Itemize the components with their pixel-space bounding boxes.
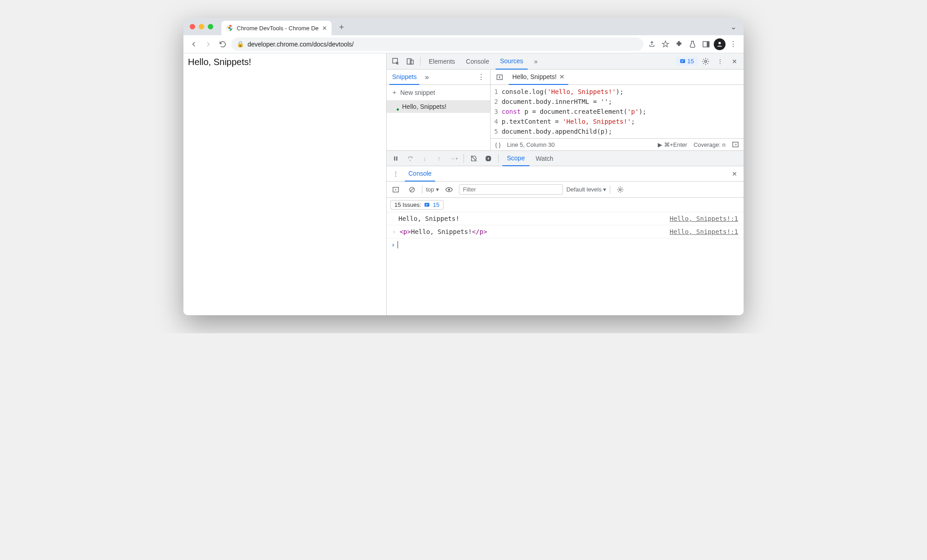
tab-sources[interactable]: Sources bbox=[496, 53, 528, 70]
console-prompt[interactable]: › bbox=[387, 238, 744, 251]
log-levels-selector[interactable]: Default levels ▾ bbox=[566, 186, 607, 193]
pause-icon[interactable] bbox=[389, 152, 402, 165]
cursor-position: Line 5, Column 30 bbox=[507, 141, 555, 148]
context-selector[interactable]: top ▾ bbox=[426, 186, 439, 193]
close-devtools-icon[interactable]: ✕ bbox=[728, 55, 741, 68]
tab-watch[interactable]: Watch bbox=[531, 151, 558, 166]
svg-line-21 bbox=[411, 188, 414, 191]
tab-strip: Chrome DevTools - Chrome De ✕ ＋ ⌄ bbox=[183, 18, 744, 35]
prompt-chevron-icon: › bbox=[391, 241, 395, 248]
issues-chip[interactable]: 15 Issues: 15 bbox=[390, 200, 444, 210]
side-panel-button[interactable] bbox=[700, 38, 712, 50]
devtools-menu-icon[interactable]: ⋮ bbox=[714, 55, 726, 68]
devtools-tab-bar: Elements Console Sources » 15 ⋮ ✕ bbox=[387, 53, 744, 70]
issues-badge[interactable]: 15 bbox=[676, 57, 698, 65]
url-text: developer.chrome.com/docs/devtools/ bbox=[248, 41, 354, 48]
snippets-sidebar: Snippets » ⋮ ＋ New snippet Hello, Snippe… bbox=[387, 70, 491, 150]
code-lines: console.log('Hello, Snippets!'); documen… bbox=[501, 85, 646, 138]
console-toolbar: top ▾ Default levels ▾ bbox=[387, 182, 744, 198]
navigator-menu-icon[interactable]: ⋮ bbox=[475, 73, 487, 81]
snippet-item[interactable]: Hello, Snippets! bbox=[387, 100, 490, 113]
content-area: Hello, Snippets! Elements Console Source… bbox=[183, 53, 744, 315]
profile-button[interactable] bbox=[714, 38, 726, 50]
console-sidebar-icon[interactable] bbox=[389, 183, 402, 196]
live-expression-icon[interactable] bbox=[443, 183, 455, 196]
svg-rect-12 bbox=[394, 156, 395, 160]
bookmark-button[interactable] bbox=[660, 38, 671, 50]
coverage-status: Coverage: n bbox=[693, 141, 726, 148]
format-icon[interactable]: { } bbox=[495, 141, 501, 148]
close-editor-tab-icon[interactable]: ✕ bbox=[559, 73, 565, 80]
settings-icon[interactable] bbox=[699, 55, 712, 68]
new-tab-button[interactable]: ＋ bbox=[335, 20, 348, 33]
svg-point-22 bbox=[448, 188, 450, 191]
step-over-icon[interactable] bbox=[404, 152, 417, 165]
code-editor[interactable]: 1 2 3 4 5 console.log('Hello, Snippets!'… bbox=[491, 85, 744, 138]
issues-bar: 15 Issues: 15 bbox=[387, 198, 744, 212]
navigator-tabs: Snippets » ⋮ bbox=[387, 70, 490, 85]
element-text: Hello, Snippets! bbox=[411, 228, 472, 235]
filter-input[interactable] bbox=[459, 184, 563, 195]
tab-elements[interactable]: Elements bbox=[424, 53, 459, 70]
debugger-toolbar: ↓ ↑ →• Scope Watch bbox=[387, 151, 744, 166]
svg-point-14 bbox=[410, 159, 411, 161]
step-icon[interactable]: →• bbox=[447, 152, 460, 165]
step-out-icon[interactable]: ↑ bbox=[433, 152, 445, 165]
toggle-navigator-icon[interactable] bbox=[493, 71, 506, 84]
console-settings-icon[interactable] bbox=[614, 183, 627, 196]
tab-console[interactable]: Console bbox=[461, 53, 493, 70]
new-snippet-button[interactable]: ＋ New snippet bbox=[387, 85, 490, 100]
svg-rect-13 bbox=[396, 156, 397, 160]
editor-tab[interactable]: Hello, Snippets! ✕ bbox=[509, 70, 568, 85]
svg-rect-7 bbox=[410, 60, 413, 64]
close-window-button[interactable] bbox=[190, 24, 195, 29]
browser-tab[interactable]: Chrome DevTools - Chrome De ✕ bbox=[221, 21, 332, 35]
editor-panel: Hello, Snippets! ✕ 1 2 3 4 5 bbox=[491, 70, 744, 150]
step-into-icon[interactable]: ↓ bbox=[418, 152, 431, 165]
editor-tab-title: Hello, Snippets! bbox=[512, 73, 557, 80]
log-source-link[interactable]: Hello, Snippets!:1 bbox=[670, 215, 738, 222]
element-open-tag: <p> bbox=[399, 228, 411, 235]
tab-snippets[interactable]: Snippets bbox=[389, 70, 419, 85]
snippet-file-icon bbox=[391, 103, 398, 110]
labs-button[interactable] bbox=[687, 38, 698, 50]
tab-console-drawer[interactable]: Console bbox=[405, 166, 435, 182]
address-bar[interactable]: 🔒 developer.chrome.com/docs/devtools/ bbox=[231, 37, 643, 51]
inspect-element-icon[interactable] bbox=[389, 55, 402, 68]
drawer-menu-icon[interactable]: ⋮ bbox=[389, 168, 402, 180]
lock-icon: 🔒 bbox=[237, 41, 244, 47]
more-tabs-icon[interactable]: » bbox=[529, 55, 542, 68]
svg-rect-10 bbox=[497, 75, 502, 79]
run-snippet-button[interactable]: ▶ ⌘+Enter bbox=[658, 141, 687, 148]
chrome-menu-button[interactable]: ⋮ bbox=[727, 38, 739, 50]
element-close-tag: </p> bbox=[472, 228, 487, 235]
clear-console-icon[interactable] bbox=[406, 183, 418, 196]
console-log-row: Hello, Snippets! Hello, Snippets!:1 bbox=[387, 212, 744, 225]
toggle-sidebar-icon[interactable] bbox=[732, 141, 739, 148]
snippet-name: Hello, Snippets! bbox=[402, 103, 446, 110]
reload-button[interactable] bbox=[217, 38, 229, 50]
device-toggle-icon[interactable] bbox=[404, 55, 417, 68]
navigator-more-icon[interactable]: » bbox=[422, 73, 431, 81]
expand-arrow-icon[interactable]: ‹ bbox=[392, 228, 396, 235]
tab-scope[interactable]: Scope bbox=[502, 151, 529, 166]
back-button[interactable] bbox=[188, 38, 200, 50]
pause-on-exceptions-icon[interactable] bbox=[482, 152, 495, 165]
svg-rect-6 bbox=[407, 59, 411, 64]
svg-rect-24 bbox=[425, 203, 430, 206]
close-tab-icon[interactable]: ✕ bbox=[322, 25, 327, 32]
svg-point-4 bbox=[718, 42, 721, 44]
chrome-favicon-icon bbox=[226, 24, 233, 32]
maximize-window-button[interactable] bbox=[208, 24, 213, 29]
minimize-window-button[interactable] bbox=[199, 24, 204, 29]
forward-button[interactable] bbox=[202, 38, 214, 50]
log-source-link[interactable]: Hello, Snippets!:1 bbox=[670, 228, 738, 235]
close-drawer-icon[interactable]: ✕ bbox=[728, 168, 741, 180]
window-controls bbox=[190, 24, 213, 29]
tabs-menu-button[interactable]: ⌄ bbox=[723, 23, 744, 31]
svg-point-9 bbox=[705, 60, 707, 62]
issues-chip-label: 15 Issues: bbox=[394, 201, 421, 208]
extensions-button[interactable] bbox=[673, 38, 685, 50]
share-button[interactable] bbox=[646, 38, 658, 50]
deactivate-breakpoints-icon[interactable] bbox=[468, 152, 480, 165]
